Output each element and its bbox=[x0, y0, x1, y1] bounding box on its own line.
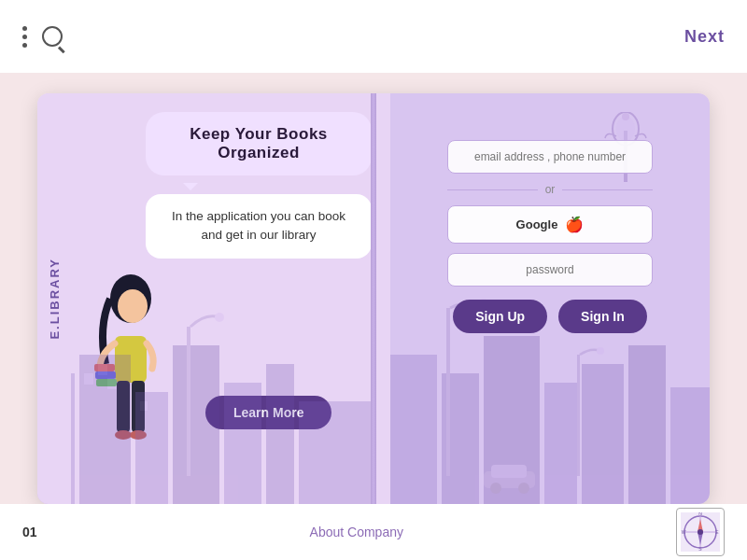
company-link[interactable]: About Company bbox=[310, 525, 403, 539]
svg-rect-8 bbox=[95, 371, 116, 379]
or-divider: or bbox=[447, 183, 653, 196]
svg-point-43 bbox=[518, 483, 529, 494]
bottom-bar: 01 About Company N S W E bbox=[0, 504, 747, 560]
next-button[interactable]: Next bbox=[684, 27, 725, 47]
svg-point-42 bbox=[490, 483, 501, 494]
auth-buttons: Sign Up Sign In bbox=[453, 300, 647, 333]
svg-rect-35 bbox=[670, 387, 710, 504]
svg-rect-38 bbox=[577, 355, 580, 476]
page-number: 01 bbox=[22, 525, 37, 539]
or-label: or bbox=[545, 183, 556, 196]
learn-more-button[interactable]: Learn More bbox=[205, 396, 331, 429]
svg-text:N: N bbox=[698, 512, 702, 516]
svg-rect-2 bbox=[115, 336, 147, 383]
book-fold bbox=[371, 93, 376, 504]
svg-rect-4 bbox=[132, 381, 145, 432]
svg-point-5 bbox=[115, 430, 132, 440]
svg-point-39 bbox=[597, 347, 604, 355]
svg-rect-36 bbox=[446, 308, 450, 476]
google-button[interactable]: Google 🍎 bbox=[447, 205, 653, 244]
svg-rect-30 bbox=[442, 373, 479, 504]
page-left: Keep Your Books Organized In the applica… bbox=[37, 93, 390, 504]
svg-rect-9 bbox=[96, 379, 117, 386]
dots-icon[interactable] bbox=[22, 26, 27, 48]
or-line-right bbox=[562, 189, 653, 190]
svg-point-50 bbox=[698, 529, 703, 535]
svg-text:W: W bbox=[682, 529, 686, 535]
email-input[interactable] bbox=[447, 140, 653, 174]
top-bar-left bbox=[22, 26, 63, 48]
compass-box: N S W E bbox=[676, 508, 725, 556]
apple-icon: 🍎 bbox=[565, 216, 584, 233]
page-right: or Google 🍎 Sign Up Sign In bbox=[390, 93, 710, 504]
girl-illustration bbox=[89, 271, 173, 476]
book-spine: E.LIBRARY bbox=[37, 93, 71, 504]
svg-point-28 bbox=[622, 113, 629, 120]
svg-rect-3 bbox=[117, 381, 130, 432]
svg-rect-33 bbox=[582, 364, 624, 504]
svg-point-1 bbox=[118, 289, 148, 323]
google-label: Google bbox=[516, 217, 558, 231]
headline-bubble: Keep Your Books Organized bbox=[146, 112, 372, 175]
form-container: or Google 🍎 Sign Up Sign In bbox=[409, 140, 691, 333]
svg-rect-29 bbox=[390, 355, 437, 504]
compass-icon: N S W E bbox=[681, 512, 720, 552]
svg-rect-21 bbox=[266, 364, 294, 504]
signin-button[interactable]: Sign In bbox=[558, 300, 647, 333]
svg-rect-23 bbox=[187, 327, 190, 476]
password-input[interactable] bbox=[447, 253, 653, 287]
svg-rect-41 bbox=[491, 465, 527, 478]
svg-rect-7 bbox=[94, 364, 115, 371]
or-line-left bbox=[447, 189, 538, 190]
signup-button[interactable]: Sign Up bbox=[453, 300, 547, 333]
svg-point-24 bbox=[215, 313, 224, 322]
top-bar: Next bbox=[0, 0, 747, 73]
svg-rect-34 bbox=[628, 345, 666, 504]
svg-point-6 bbox=[130, 430, 147, 440]
search-icon[interactable] bbox=[42, 26, 63, 47]
svg-rect-32 bbox=[544, 383, 577, 504]
description-bubble: In the application you can book and get … bbox=[146, 194, 372, 259]
spine-label: E.LIBRARY bbox=[48, 258, 62, 340]
svg-rect-40 bbox=[484, 471, 535, 488]
svg-rect-31 bbox=[484, 336, 540, 504]
